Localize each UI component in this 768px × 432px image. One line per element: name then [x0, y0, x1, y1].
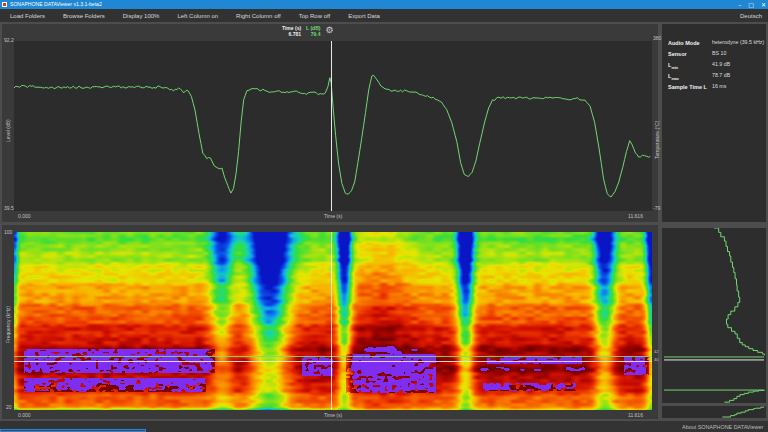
info-label: Sensor: [668, 51, 687, 57]
menu-item-display-100-[interactable]: Display 100%: [123, 13, 160, 19]
level-x-max: 11.616: [628, 213, 643, 219]
temp-axis-bottom: -79: [653, 205, 660, 211]
info-label: Sample Time L: [668, 84, 707, 90]
menu-item-top-row-off[interactable]: Top Row off: [299, 13, 331, 19]
spectro-y-max: 100: [4, 229, 12, 235]
menu-item-left-column-on[interactable]: Left Column on: [177, 13, 218, 19]
spectrum-chart: [662, 228, 766, 403]
level-x-axis-label: Time (s): [324, 213, 342, 219]
level-x-min: 0.000: [18, 213, 31, 219]
cursor-level: L (dB) 79.4: [306, 25, 320, 37]
freq-cursor-label-top: 42: [654, 349, 658, 354]
level-y-max: 92.2: [4, 37, 14, 43]
maximize-icon[interactable]: □: [748, 0, 754, 9]
info-value: 41.9 dB: [712, 62, 730, 67]
info-label: Lmin: [668, 62, 678, 70]
spectrogram-plot[interactable]: [14, 232, 652, 410]
info-value: heterodyne (39.5 kHz): [712, 40, 764, 45]
spectrum-mini-panel: [662, 406, 766, 418]
info-row: Lmin41.9 dB: [668, 62, 764, 73]
info-value: BS 10: [712, 51, 726, 56]
info-row: Sample Time L16 ms: [668, 84, 764, 95]
minimize-icon[interactable]: –: [738, 0, 741, 9]
language-toggle[interactable]: Deutsch: [740, 13, 762, 19]
freq-cursor-label-bottom: 40: [654, 357, 658, 362]
level-chart-panel: Time (s) 6.781 L (dB) 79.4 ⚙ 92.2 39.5 L…: [2, 24, 658, 222]
window-controls: – □ ✕: [738, 0, 766, 9]
info-row: SensorBS 10: [668, 51, 764, 62]
temp-axis-label: Temperature (°C): [654, 121, 660, 159]
level-cursor-line[interactable]: [331, 41, 332, 211]
info-rows: Audio Modeheterodyne (39.5 kHz)SensorBS …: [668, 40, 764, 95]
title-bar: SONAPHONE DATAViewer v1.3.1-beta2 – □ ✕: [0, 0, 768, 9]
info-row: Audio Modeheterodyne (39.5 kHz): [668, 40, 764, 51]
spectrum-mini-chart: [662, 406, 766, 418]
close-icon[interactable]: ✕: [761, 0, 766, 9]
level-y-min: 39.5: [4, 205, 14, 211]
measurement-info-panel: Audio Modeheterodyne (39.5 kHz)SensorBS …: [662, 24, 766, 222]
menu-item-export-data[interactable]: Export Data: [348, 13, 380, 19]
spectro-y-min: 20: [6, 404, 12, 410]
settings-gear-icon[interactable]: ⚙: [325, 25, 333, 35]
cursor-readout: Time (s) 6.781 L (dB) 79.4 ⚙: [282, 25, 334, 37]
level-plot[interactable]: [14, 41, 652, 211]
window-title: SONAPHONE DATAViewer v1.3.1-beta2: [10, 1, 102, 9]
temp-axis-top: 380: [653, 35, 661, 41]
info-label: Lmax: [668, 73, 679, 81]
spectrogram-panel: 100 20 Frequency (kHz) 0.000 Time (s) 11…: [2, 225, 658, 419]
spectrogram-canvas: [14, 232, 652, 410]
menu-item-browse-folders[interactable]: Browse Folders: [63, 13, 105, 19]
menu-item-right-column-off[interactable]: Right Column off: [236, 13, 281, 19]
info-label: Audio Mode: [668, 40, 700, 46]
menu-item-load-folders[interactable]: Load Folders: [10, 13, 45, 19]
menu-bar: Load FoldersBrowse FoldersDisplay 100%Le…: [0, 9, 768, 22]
cursor-time-value: 6.781: [289, 31, 302, 37]
cursor-time: Time (s) 6.781: [282, 25, 301, 37]
spectro-x-max: 11.616: [628, 412, 643, 418]
info-value: 78.7 dB: [712, 73, 730, 78]
spectro-y-axis-label: Frequency (kHz): [5, 306, 11, 343]
spectro-x-min: 0.000: [18, 412, 31, 418]
about-link[interactable]: About SONAPHONE DATAViewer: [682, 424, 763, 429]
info-row: Lmax78.7 dB: [668, 73, 764, 84]
cursor-level-value: 79.4: [311, 31, 321, 37]
spectrum-panel[interactable]: [662, 228, 766, 403]
app-icon: [2, 2, 7, 7]
info-value: 16 ms: [712, 84, 726, 89]
level-line-chart: [14, 41, 652, 211]
spectro-x-axis-label: Time (s): [324, 412, 342, 418]
level-y-axis-label: Level (dB): [5, 119, 11, 142]
